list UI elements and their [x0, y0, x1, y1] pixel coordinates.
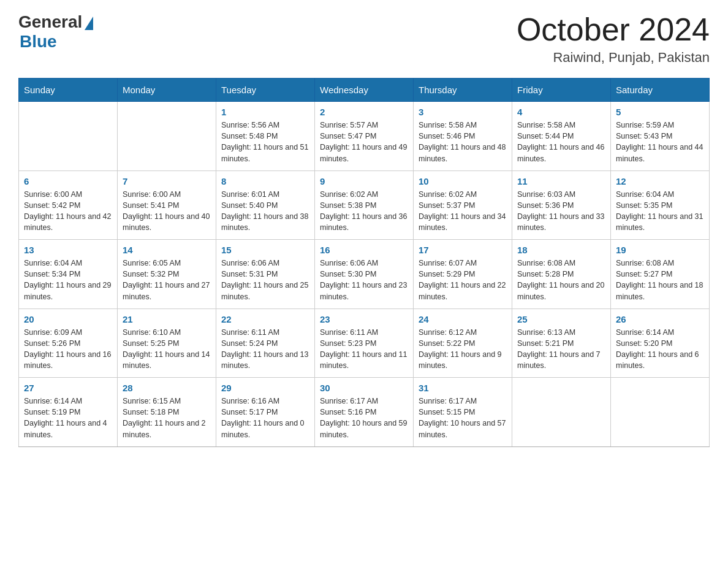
day-info: Sunrise: 5:58 AMSunset: 5:46 PMDaylight:…: [419, 120, 507, 164]
calendar-cell: [19, 102, 118, 171]
calendar-cell: 17Sunrise: 6:07 AMSunset: 5:29 PMDayligh…: [414, 240, 512, 309]
day-number: 20: [24, 314, 112, 324]
calendar-cell: 28Sunrise: 6:15 AMSunset: 5:18 PMDayligh…: [118, 378, 216, 447]
calendar-cell: 25Sunrise: 6:13 AMSunset: 5:21 PMDayligh…: [512, 308, 611, 378]
day-info: Sunrise: 6:17 AMSunset: 5:16 PMDaylight:…: [320, 396, 408, 440]
calendar-cell: 19Sunrise: 6:08 AMSunset: 5:27 PMDayligh…: [611, 240, 710, 309]
logo: General Blue: [18, 12, 93, 52]
day-info: Sunrise: 6:06 AMSunset: 5:30 PMDaylight:…: [320, 258, 408, 302]
day-number: 6: [24, 176, 112, 186]
day-info: Sunrise: 5:59 AMSunset: 5:43 PMDaylight:…: [616, 120, 704, 164]
day-number: 28: [123, 383, 211, 393]
day-number: 22: [221, 314, 309, 324]
day-number: 29: [221, 383, 309, 393]
calendar-cell: 21Sunrise: 6:10 AMSunset: 5:25 PMDayligh…: [118, 308, 216, 378]
day-info: Sunrise: 6:08 AMSunset: 5:27 PMDaylight:…: [616, 258, 704, 302]
calendar-cell: 4Sunrise: 5:58 AMSunset: 5:44 PMDaylight…: [512, 102, 611, 171]
calendar-cell: 16Sunrise: 6:06 AMSunset: 5:30 PMDayligh…: [315, 240, 414, 309]
day-number: 23: [320, 314, 408, 324]
day-number: 31: [419, 383, 507, 393]
day-info: Sunrise: 6:07 AMSunset: 5:29 PMDaylight:…: [419, 258, 507, 302]
day-number: 16: [320, 245, 408, 255]
logo-general-text: General: [18, 12, 82, 32]
calendar-cell: 27Sunrise: 6:14 AMSunset: 5:19 PMDayligh…: [19, 378, 118, 447]
calendar-cell: 6Sunrise: 6:00 AMSunset: 5:42 PMDaylight…: [19, 170, 118, 240]
day-number: 14: [123, 245, 211, 255]
calendar-cell: 2Sunrise: 5:57 AMSunset: 5:47 PMDaylight…: [315, 102, 414, 171]
day-info: Sunrise: 6:14 AMSunset: 5:20 PMDaylight:…: [616, 327, 704, 372]
calendar-cell: 3Sunrise: 5:58 AMSunset: 5:46 PMDaylight…: [414, 102, 512, 171]
day-number: 7: [123, 176, 211, 186]
day-number: 3: [419, 107, 507, 117]
calendar-cell: 26Sunrise: 6:14 AMSunset: 5:20 PMDayligh…: [611, 308, 710, 378]
calendar-table: SundayMondayTuesdayWednesdayThursdayFrid…: [18, 78, 710, 447]
day-info: Sunrise: 6:06 AMSunset: 5:31 PMDaylight:…: [221, 258, 309, 302]
calendar-cell: 23Sunrise: 6:11 AMSunset: 5:23 PMDayligh…: [315, 308, 414, 378]
weekday-header-saturday: Saturday: [611, 79, 710, 102]
day-info: Sunrise: 6:08 AMSunset: 5:28 PMDaylight:…: [517, 258, 605, 302]
day-info: Sunrise: 6:17 AMSunset: 5:15 PMDaylight:…: [419, 396, 507, 440]
weekday-header-monday: Monday: [118, 79, 216, 102]
day-number: 17: [419, 245, 507, 255]
calendar-cell: [512, 378, 611, 447]
day-number: 27: [24, 383, 112, 393]
day-number: 15: [221, 245, 309, 255]
day-info: Sunrise: 6:11 AMSunset: 5:24 PMDaylight:…: [221, 327, 309, 372]
calendar-cell: 18Sunrise: 6:08 AMSunset: 5:28 PMDayligh…: [512, 240, 611, 309]
day-info: Sunrise: 6:04 AMSunset: 5:35 PMDaylight:…: [616, 189, 704, 234]
weekday-header-friday: Friday: [512, 79, 611, 102]
calendar-cell: 12Sunrise: 6:04 AMSunset: 5:35 PMDayligh…: [611, 170, 710, 240]
day-info: Sunrise: 6:03 AMSunset: 5:36 PMDaylight:…: [517, 189, 605, 234]
calendar-cell: 24Sunrise: 6:12 AMSunset: 5:22 PMDayligh…: [414, 308, 512, 378]
day-number: 4: [517, 107, 605, 117]
weekday-header-sunday: Sunday: [19, 79, 118, 102]
day-number: 26: [616, 314, 704, 324]
calendar-cell: 8Sunrise: 6:01 AMSunset: 5:40 PMDaylight…: [216, 170, 315, 240]
day-number: 9: [320, 176, 408, 186]
calendar-cell: 9Sunrise: 6:02 AMSunset: 5:38 PMDaylight…: [315, 170, 414, 240]
day-number: 21: [123, 314, 211, 324]
calendar-cell: 11Sunrise: 6:03 AMSunset: 5:36 PMDayligh…: [512, 170, 611, 240]
day-info: Sunrise: 6:14 AMSunset: 5:19 PMDaylight:…: [24, 396, 112, 440]
day-info: Sunrise: 6:04 AMSunset: 5:34 PMDaylight:…: [24, 258, 112, 302]
weekday-header-tuesday: Tuesday: [216, 79, 315, 102]
day-number: 2: [320, 107, 408, 117]
calendar-cell: 30Sunrise: 6:17 AMSunset: 5:16 PMDayligh…: [315, 378, 414, 447]
day-info: Sunrise: 6:05 AMSunset: 5:32 PMDaylight:…: [123, 258, 211, 302]
day-number: 25: [517, 314, 605, 324]
day-info: Sunrise: 6:16 AMSunset: 5:17 PMDaylight:…: [221, 396, 309, 440]
title-section: October 2024 Raiwind, Punjab, Pakistan: [517, 12, 710, 66]
day-info: Sunrise: 6:12 AMSunset: 5:22 PMDaylight:…: [419, 327, 507, 372]
day-number: 11: [517, 176, 605, 186]
calendar-cell: 10Sunrise: 6:02 AMSunset: 5:37 PMDayligh…: [414, 170, 512, 240]
calendar-cell: 14Sunrise: 6:05 AMSunset: 5:32 PMDayligh…: [118, 240, 216, 309]
day-info: Sunrise: 6:02 AMSunset: 5:38 PMDaylight:…: [320, 189, 408, 234]
calendar-cell: 15Sunrise: 6:06 AMSunset: 5:31 PMDayligh…: [216, 240, 315, 309]
day-info: Sunrise: 6:00 AMSunset: 5:41 PMDaylight:…: [123, 189, 211, 234]
day-number: 8: [221, 176, 309, 186]
day-number: 1: [221, 107, 309, 117]
calendar-cell: 29Sunrise: 6:16 AMSunset: 5:17 PMDayligh…: [216, 378, 315, 447]
page-header: General Blue October 2024 Raiwind, Punja…: [18, 12, 710, 66]
calendar-cell: [118, 102, 216, 171]
day-number: 10: [419, 176, 507, 186]
day-number: 12: [616, 176, 704, 186]
day-info: Sunrise: 6:09 AMSunset: 5:26 PMDaylight:…: [24, 327, 112, 372]
calendar-cell: [611, 378, 710, 447]
day-info: Sunrise: 6:15 AMSunset: 5:18 PMDaylight:…: [123, 396, 211, 440]
day-info: Sunrise: 6:11 AMSunset: 5:23 PMDaylight:…: [320, 327, 408, 372]
day-info: Sunrise: 6:00 AMSunset: 5:42 PMDaylight:…: [24, 189, 112, 234]
day-info: Sunrise: 6:10 AMSunset: 5:25 PMDaylight:…: [123, 327, 211, 372]
day-number: 24: [419, 314, 507, 324]
month-title: October 2024: [517, 12, 710, 47]
day-info: Sunrise: 6:13 AMSunset: 5:21 PMDaylight:…: [517, 327, 605, 372]
logo-blue-text: Blue: [20, 32, 93, 52]
location-text: Raiwind, Punjab, Pakistan: [517, 50, 710, 66]
day-info: Sunrise: 5:57 AMSunset: 5:47 PMDaylight:…: [320, 120, 408, 164]
calendar-cell: 20Sunrise: 6:09 AMSunset: 5:26 PMDayligh…: [19, 308, 118, 378]
calendar-cell: 31Sunrise: 6:17 AMSunset: 5:15 PMDayligh…: [414, 378, 512, 447]
calendar-cell: 22Sunrise: 6:11 AMSunset: 5:24 PMDayligh…: [216, 308, 315, 378]
day-number: 13: [24, 245, 112, 255]
day-number: 5: [616, 107, 704, 117]
calendar-cell: 1Sunrise: 5:56 AMSunset: 5:48 PMDaylight…: [216, 102, 315, 171]
